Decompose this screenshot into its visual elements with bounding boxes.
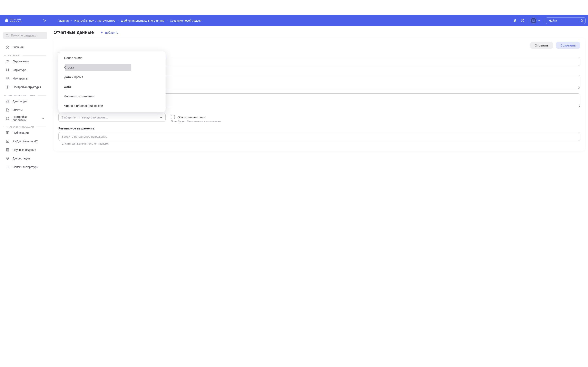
dropdown-option[interactable]: Строка — [58, 63, 165, 72]
journal-icon — [6, 148, 9, 152]
groups-icon — [6, 77, 9, 80]
sidebar-item-home[interactable]: Главная — [3, 43, 47, 51]
page-header: Отчетные данные ＋ Добавить — [50, 30, 588, 38]
svg-point-1 — [514, 20, 515, 21]
sidebar-item-personalii[interactable]: Персоналии — [3, 57, 47, 66]
gear-icon — [6, 85, 9, 89]
plus-icon: ＋ — [100, 30, 103, 35]
sidebar-section-header: НАУКА И ИННОВАЦИИ — [3, 125, 47, 128]
required-field-group: Обязательное поле Поле будет обязательны… — [171, 113, 221, 123]
list-icon — [6, 165, 9, 169]
page-title: Отчетные данные — [53, 30, 94, 35]
chevron-up-icon — [160, 116, 163, 119]
chevron-right-icon — [166, 19, 168, 22]
sidebar-item-publications[interactable]: Публикации — [3, 128, 47, 137]
sidebar-item-label: Мои группы — [13, 77, 28, 80]
search-icon[interactable] — [580, 19, 584, 22]
main-content: Отчетные данные ＋ Добавить Отменить Сохр… — [50, 26, 588, 175]
help-icon[interactable] — [520, 18, 525, 23]
sidebar-section-header: ИНТРАНЕТ — [3, 54, 47, 57]
regex-input[interactable] — [58, 132, 580, 141]
add-button[interactable]: ＋ Добавить — [100, 30, 118, 35]
field-regex: Регулярное выражение Служит для дополнит… — [58, 127, 580, 145]
chevron-down-icon — [538, 19, 541, 22]
dropdown-option[interactable]: Целое число — [58, 53, 165, 63]
sidebar-item-label: Публикации — [13, 131, 29, 134]
sidebar-item-label: Главная — [13, 45, 24, 49]
logo-mark-icon — [4, 18, 9, 23]
svg-point-8 — [6, 34, 8, 36]
book-icon — [6, 131, 9, 134]
form-actions: Отменить Сохранить — [58, 42, 580, 49]
dropdown-option[interactable]: Дата — [58, 82, 165, 91]
header-actions — [512, 17, 586, 24]
dropdown-option[interactable]: Дата и время — [58, 72, 165, 82]
svg-point-7 — [581, 20, 583, 21]
svg-rect-20 — [8, 101, 9, 103]
sidebar-item-analytics-settings[interactable]: Настройки аналитики — [3, 114, 47, 123]
user-menu[interactable] — [530, 17, 541, 24]
global-search-input[interactable] — [546, 17, 586, 24]
breadcrumb-item[interactable]: Главная — [58, 19, 69, 22]
cancel-button[interactable]: Отменить — [530, 42, 553, 49]
svg-rect-24 — [7, 149, 9, 151]
type-dropdown: Целое число Строка Дата и время Дата Лог… — [58, 51, 165, 112]
required-checkbox[interactable] — [171, 115, 175, 119]
sidebar-item-label: Научные издания — [13, 148, 36, 151]
sidebar-item-label: РИД и объекты ИС — [13, 140, 38, 143]
svg-point-4 — [533, 20, 534, 21]
sidebar-search-input[interactable] — [3, 32, 47, 39]
logo-text: Sechenov University — [10, 18, 22, 23]
sidebar-item-dissertations[interactable]: Диссертации — [3, 154, 47, 163]
sidebar-item-rid[interactable]: РИД и объекты ИС — [3, 137, 47, 146]
gear-icon — [6, 117, 9, 120]
svg-point-17 — [7, 87, 8, 88]
svg-point-13 — [6, 71, 7, 71]
dropdown-option[interactable]: Число с плавающей точкой — [58, 101, 165, 110]
required-checkbox-row: Обязательное поле — [171, 115, 221, 119]
breadcrumb-item[interactable]: Создание новой задачи — [170, 19, 201, 22]
field-data-type-row: Целое число Строка Дата и время Дата Лог… — [58, 113, 580, 123]
sidebar-item-my-groups[interactable]: Мои группы — [3, 74, 47, 83]
chevron-right-icon — [70, 19, 73, 22]
chevron-right-icon — [117, 19, 119, 22]
sidebar: Главная ИНТРАНЕТ Персоналии Структура Мо… — [0, 26, 50, 175]
svg-point-2 — [515, 21, 516, 22]
type-select[interactable]: Выберите тип вводимых данных — [58, 113, 165, 122]
sidebar-item-label: Отчеты — [13, 108, 22, 111]
svg-point-16 — [8, 78, 9, 79]
breadcrumb-item[interactable]: Шаблон индивидуального плана — [121, 19, 164, 22]
dropdown-option[interactable]: Логическое значение — [58, 91, 165, 101]
pin-icon[interactable] — [43, 19, 47, 22]
sidebar-item-journals[interactable]: Научные издания — [3, 146, 47, 154]
sidebar-item-structure-settings[interactable]: Настройки структуры — [3, 83, 47, 91]
save-button[interactable]: Сохранить — [556, 42, 580, 49]
sidebar-section-header: АНАЛИТИКА И ОТЧЕТЫ — [3, 94, 47, 97]
add-button-label: Добавить — [105, 31, 118, 34]
search-icon — [6, 34, 9, 37]
breadcrumb: Главная Настройки науч. инструментов Шаб… — [58, 19, 512, 22]
users-icon — [6, 59, 9, 63]
sidebar-item-literature[interactable]: Списки литературы — [3, 163, 47, 171]
sidebar-item-structure[interactable]: Структура — [3, 66, 47, 74]
svg-rect-19 — [8, 100, 9, 101]
sidebar-item-label: Дашборды — [13, 100, 27, 103]
sidebar-search — [3, 32, 47, 39]
type-select-wrapper: Целое число Строка Дата и время Дата Лог… — [58, 113, 165, 122]
breadcrumb-item[interactable]: Настройки науч. инструментов — [74, 19, 115, 22]
app-header: Sechenov University Главная Настройки на… — [0, 15, 588, 26]
type-select-placeholder: Выберите тип вводимых данных — [61, 116, 108, 119]
sidebar-item-reports[interactable]: Отчеты — [3, 106, 47, 114]
logo[interactable]: Sechenov University — [2, 18, 24, 23]
structure-icon — [6, 68, 9, 72]
home-icon — [6, 45, 9, 49]
svg-rect-21 — [6, 102, 7, 103]
svg-rect-18 — [6, 100, 7, 101]
settings-sliders-icon[interactable] — [512, 18, 518, 23]
chevron-down-icon — [42, 117, 44, 120]
sidebar-item-label: Настройки структуры — [13, 85, 41, 89]
dashboard-icon — [6, 100, 9, 103]
svg-point-0 — [515, 19, 516, 20]
sidebar-item-label: Персоналии — [13, 60, 29, 63]
sidebar-item-dashboards[interactable]: Дашборды — [3, 97, 47, 106]
